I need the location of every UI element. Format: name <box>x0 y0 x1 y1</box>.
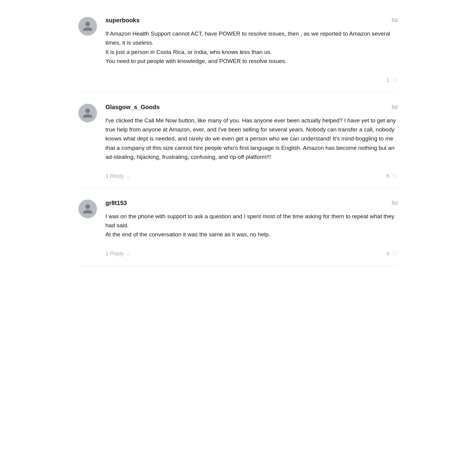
like-count: 8 <box>386 173 389 179</box>
comment-item: gr8t153 6d I was on the phone with suppo… <box>78 189 398 266</box>
comment-header: superbooks 6d <box>105 17 398 24</box>
comments-container: superbooks 6d If Amazon Health Support c… <box>66 0 410 272</box>
like-section: 4 ♡ <box>386 250 398 257</box>
comment-footer-no-reply: 1 ♡ <box>105 77 398 84</box>
chevron-down-icon: ⌄ <box>126 251 130 256</box>
reply-button[interactable]: 1 Reply ⌄ <box>105 173 130 179</box>
heart-icon[interactable]: ♡ <box>392 77 398 84</box>
avatar <box>78 17 97 36</box>
comment-author: superbooks <box>105 17 139 24</box>
comment-time: 6d <box>392 104 398 110</box>
comment-footer: 1 Reply ⌄ 4 ♡ <box>105 250 398 257</box>
comment-author: gr8t153 <box>105 200 127 207</box>
comment-time: 6d <box>392 200 398 206</box>
chevron-down-icon: ⌄ <box>126 174 130 179</box>
comment-item: superbooks 6d If Amazon Health Support c… <box>78 6 398 93</box>
heart-icon[interactable]: ♡ <box>392 173 398 180</box>
avatar <box>78 104 97 122</box>
comment-author: Glasgow_s_Goods <box>105 104 160 111</box>
comment-body: superbooks 6d If Amazon Health Support c… <box>105 17 398 84</box>
like-section: 8 ♡ <box>386 173 398 180</box>
comment-text: I was on the phone with support to ask a… <box>105 212 398 239</box>
reply-label: 1 Reply <box>105 251 124 257</box>
like-section: 1 ♡ <box>386 77 398 84</box>
comment-text: I've clicked the Call Me Now button, lik… <box>105 116 398 162</box>
like-count: 4 <box>386 251 389 257</box>
like-count: 1 <box>386 77 389 84</box>
comment-text: If Amazon Health Support cannot ACT, hav… <box>105 29 398 66</box>
reply-button[interactable]: 1 Reply ⌄ <box>105 251 130 257</box>
comment-body: Glasgow_s_Goods 6d I've clicked the Call… <box>105 104 398 180</box>
comment-body: gr8t153 6d I was on the phone with suppo… <box>105 200 398 257</box>
comment-footer: 1 Reply ⌄ 8 ♡ <box>105 173 398 180</box>
comment-header: Glasgow_s_Goods 6d <box>105 104 398 111</box>
comment-item: Glasgow_s_Goods 6d I've clicked the Call… <box>78 93 398 189</box>
reply-label: 1 Reply <box>105 173 124 179</box>
avatar <box>78 200 97 218</box>
comment-header: gr8t153 6d <box>105 200 398 207</box>
heart-icon[interactable]: ♡ <box>392 250 398 257</box>
comment-time: 6d <box>392 17 398 24</box>
